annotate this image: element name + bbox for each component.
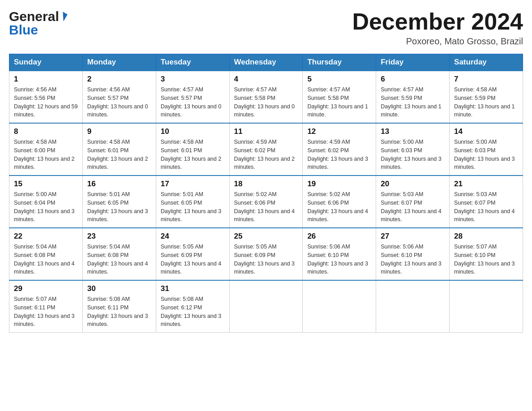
day-number: 14	[454, 127, 518, 136]
calendar-cell: 18 Sunrise: 5:02 AM Sunset: 6:06 PM Dayl…	[229, 176, 303, 228]
calendar-cell: 9 Sunrise: 4:58 AM Sunset: 6:01 PM Dayli…	[82, 123, 156, 176]
day-info: Sunrise: 4:59 AM Sunset: 6:02 PM Dayligh…	[234, 138, 298, 171]
day-number: 1	[14, 75, 78, 84]
calendar-cell: 14 Sunrise: 5:00 AM Sunset: 6:03 PM Dayl…	[450, 123, 523, 176]
title-section: December 2024 Poxoreo, Mato Grosso, Braz…	[352, 9, 523, 47]
day-number: 27	[381, 232, 445, 241]
day-number: 30	[87, 284, 151, 293]
day-number: 28	[454, 232, 518, 241]
day-number: 21	[454, 180, 518, 188]
day-number: 25	[234, 232, 298, 241]
day-number: 20	[381, 180, 445, 188]
calendar-cell: 10 Sunrise: 4:58 AM Sunset: 6:01 PM Dayl…	[156, 123, 229, 176]
day-info: Sunrise: 5:01 AM Sunset: 6:05 PM Dayligh…	[161, 190, 225, 224]
logo-text-blue: Blue	[9, 22, 38, 38]
day-number: 10	[161, 127, 225, 136]
calendar-cell: 26 Sunrise: 5:06 AM Sunset: 6:10 PM Dayl…	[303, 228, 376, 280]
day-info: Sunrise: 4:57 AM Sunset: 5:59 PM Dayligh…	[381, 86, 445, 119]
calendar-week-row: 8 Sunrise: 4:58 AM Sunset: 6:00 PM Dayli…	[9, 123, 523, 176]
day-number: 22	[14, 232, 78, 241]
day-number: 19	[307, 180, 371, 188]
day-info: Sunrise: 5:07 AM Sunset: 6:10 PM Dayligh…	[454, 243, 518, 276]
calendar-cell: 31 Sunrise: 5:08 AM Sunset: 6:12 PM Dayl…	[156, 280, 229, 333]
calendar-cell: 1 Sunrise: 4:56 AM Sunset: 5:56 PM Dayli…	[9, 71, 83, 123]
calendar-cell: 20 Sunrise: 5:03 AM Sunset: 6:07 PM Dayl…	[376, 176, 450, 228]
day-number: 5	[307, 75, 371, 84]
day-info: Sunrise: 5:00 AM Sunset: 6:03 PM Dayligh…	[454, 138, 518, 171]
day-number: 11	[234, 127, 298, 136]
weekday-header-monday: Monday	[82, 54, 156, 71]
day-info: Sunrise: 5:01 AM Sunset: 6:05 PM Dayligh…	[87, 190, 151, 224]
day-info: Sunrise: 4:56 AM Sunset: 5:56 PM Dayligh…	[14, 86, 78, 119]
calendar-cell: 24 Sunrise: 5:05 AM Sunset: 6:09 PM Dayl…	[156, 228, 229, 280]
day-number: 16	[87, 180, 151, 188]
day-number: 23	[87, 232, 151, 241]
calendar-cell: 5 Sunrise: 4:57 AM Sunset: 5:58 PM Dayli…	[303, 71, 376, 123]
calendar-cell: 29 Sunrise: 5:07 AM Sunset: 6:11 PM Dayl…	[9, 280, 83, 333]
day-info: Sunrise: 4:58 AM Sunset: 5:59 PM Dayligh…	[454, 86, 518, 119]
day-number: 3	[161, 75, 225, 84]
calendar-cell: 2 Sunrise: 4:56 AM Sunset: 5:57 PM Dayli…	[82, 71, 156, 123]
day-info: Sunrise: 4:56 AM Sunset: 5:57 PM Dayligh…	[87, 86, 151, 119]
weekday-header-friday: Friday	[376, 54, 450, 71]
calendar-cell: 12 Sunrise: 4:59 AM Sunset: 6:02 PM Dayl…	[303, 123, 376, 176]
calendar-cell: 6 Sunrise: 4:57 AM Sunset: 5:59 PM Dayli…	[376, 71, 450, 123]
calendar-cell: 3 Sunrise: 4:57 AM Sunset: 5:57 PM Dayli…	[156, 71, 229, 123]
calendar-week-row: 15 Sunrise: 5:00 AM Sunset: 6:04 PM Dayl…	[9, 176, 523, 228]
day-number: 18	[234, 180, 298, 188]
day-info: Sunrise: 5:08 AM Sunset: 6:12 PM Dayligh…	[161, 295, 225, 329]
calendar-cell: 8 Sunrise: 4:58 AM Sunset: 6:00 PM Dayli…	[9, 123, 83, 176]
calendar-week-row: 22 Sunrise: 5:04 AM Sunset: 6:08 PM Dayl…	[9, 228, 523, 280]
day-number: 26	[307, 232, 371, 241]
day-info: Sunrise: 5:00 AM Sunset: 6:03 PM Dayligh…	[381, 138, 445, 171]
page-header: General Blue December 2024 Poxoreo, Mato…	[9, 9, 523, 47]
calendar-week-row: 29 Sunrise: 5:07 AM Sunset: 6:11 PM Dayl…	[9, 280, 523, 333]
day-info: Sunrise: 5:02 AM Sunset: 6:06 PM Dayligh…	[234, 190, 298, 224]
day-number: 4	[234, 75, 298, 84]
day-info: Sunrise: 4:58 AM Sunset: 6:00 PM Dayligh…	[14, 138, 78, 171]
day-number: 2	[87, 75, 151, 84]
day-info: Sunrise: 4:57 AM Sunset: 5:57 PM Dayligh…	[161, 86, 225, 119]
weekday-header-tuesday: Tuesday	[156, 54, 229, 71]
day-info: Sunrise: 5:05 AM Sunset: 6:09 PM Dayligh…	[161, 243, 225, 276]
day-info: Sunrise: 4:58 AM Sunset: 6:01 PM Dayligh…	[87, 138, 151, 171]
calendar-cell: 13 Sunrise: 5:00 AM Sunset: 6:03 PM Dayl…	[376, 123, 450, 176]
day-info: Sunrise: 4:57 AM Sunset: 5:58 PM Dayligh…	[234, 86, 298, 119]
logo: General Blue	[9, 9, 66, 38]
weekday-header-wednesday: Wednesday	[229, 54, 303, 71]
calendar-table: SundayMondayTuesdayWednesdayThursdayFrid…	[9, 54, 523, 333]
day-number: 6	[381, 75, 445, 84]
day-number: 29	[14, 284, 78, 293]
month-title: December 2024	[352, 9, 523, 34]
day-info: Sunrise: 5:04 AM Sunset: 6:08 PM Dayligh…	[87, 243, 151, 276]
calendar-cell: 27 Sunrise: 5:06 AM Sunset: 6:10 PM Dayl…	[376, 228, 450, 280]
logo-text-general: General	[9, 9, 59, 24]
calendar-cell: 15 Sunrise: 5:00 AM Sunset: 6:04 PM Dayl…	[9, 176, 83, 228]
day-info: Sunrise: 5:04 AM Sunset: 6:08 PM Dayligh…	[14, 243, 78, 276]
day-number: 17	[161, 180, 225, 188]
day-info: Sunrise: 5:07 AM Sunset: 6:11 PM Dayligh…	[14, 295, 78, 329]
logo-arrow-icon	[59, 12, 67, 21]
day-info: Sunrise: 5:00 AM Sunset: 6:04 PM Dayligh…	[14, 190, 78, 224]
weekday-header-sunday: Sunday	[9, 54, 83, 71]
day-number: 15	[14, 180, 78, 188]
day-info: Sunrise: 5:06 AM Sunset: 6:10 PM Dayligh…	[307, 243, 371, 276]
day-info: Sunrise: 5:03 AM Sunset: 6:07 PM Dayligh…	[381, 190, 445, 224]
day-number: 9	[87, 127, 151, 136]
day-number: 24	[161, 232, 225, 241]
calendar-cell: 19 Sunrise: 5:02 AM Sunset: 6:06 PM Dayl…	[303, 176, 376, 228]
calendar-cell: 22 Sunrise: 5:04 AM Sunset: 6:08 PM Dayl…	[9, 228, 83, 280]
calendar-week-row: 1 Sunrise: 4:56 AM Sunset: 5:56 PM Dayli…	[9, 71, 523, 123]
day-info: Sunrise: 5:05 AM Sunset: 6:09 PM Dayligh…	[234, 243, 298, 276]
day-number: 8	[14, 127, 78, 136]
day-info: Sunrise: 4:58 AM Sunset: 6:01 PM Dayligh…	[161, 138, 225, 171]
weekday-header-saturday: Saturday	[450, 54, 523, 71]
calendar-cell: 17 Sunrise: 5:01 AM Sunset: 6:05 PM Dayl…	[156, 176, 229, 228]
calendar-cell	[450, 280, 523, 333]
calendar-cell: 25 Sunrise: 5:05 AM Sunset: 6:09 PM Dayl…	[229, 228, 303, 280]
day-info: Sunrise: 4:57 AM Sunset: 5:58 PM Dayligh…	[307, 86, 371, 119]
calendar-cell	[376, 280, 450, 333]
calendar-cell	[303, 280, 376, 333]
calendar-cell: 23 Sunrise: 5:04 AM Sunset: 6:08 PM Dayl…	[82, 228, 156, 280]
calendar-cell	[229, 280, 303, 333]
